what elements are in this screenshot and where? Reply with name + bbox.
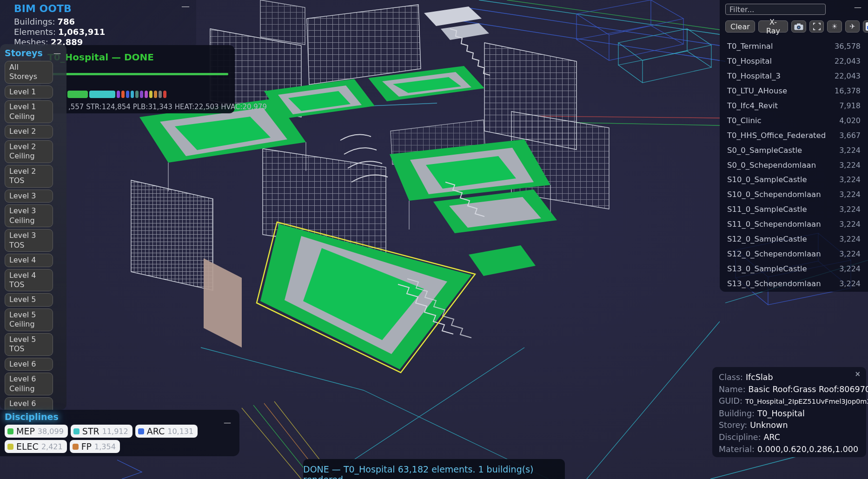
storey-button[interactable]: Level 3 xyxy=(5,190,53,203)
storeys-panel: Storeys — All Storeys Level 1 Level 1 Ce… xyxy=(0,44,66,410)
storey-button[interactable]: Level 2 TOS xyxy=(5,165,53,188)
sun-button[interactable]: ☀ xyxy=(827,20,842,33)
airplane-icon: ✈ xyxy=(849,22,855,31)
load-progress-panel: T0_Hospital — DONE ,557 STR:124,854 PLB:… xyxy=(41,45,235,113)
building-row[interactable]: S10_0_SampleCastle3,224 xyxy=(720,172,868,187)
app-title: BIM OOTB xyxy=(14,3,72,14)
storey-button[interactable]: Level 1 Ceiling xyxy=(5,100,53,123)
building-row[interactable]: T0_HHS_Office_Federated3,667 xyxy=(720,128,868,143)
building-row[interactable]: S11_0_Schependomlaan3,224 xyxy=(720,217,868,232)
category-chips xyxy=(67,91,166,98)
bim-ootb-panel: BIM OOTB — Buildings:786 Elements:1,063,… xyxy=(0,0,196,50)
storey-button[interactable]: Level 2 xyxy=(5,125,53,138)
category-chip xyxy=(131,91,134,98)
minimize-icon[interactable]: — xyxy=(53,49,61,58)
storeys-title: Storeys xyxy=(5,48,43,58)
fit-view-button[interactable] xyxy=(809,20,824,33)
category-chip xyxy=(140,91,143,98)
building-row[interactable]: S11_0_SampleCastle3,224 xyxy=(720,202,868,217)
status-bar: DONE — T0_Hospital 63,182 elements. 1 bu… xyxy=(303,459,565,479)
building-row[interactable]: S10_0_Schependomlaan3,224 xyxy=(720,187,868,202)
category-chip xyxy=(89,91,115,98)
storey-button[interactable]: Level 3 TOS xyxy=(5,229,53,252)
info-row-storey: Storey:Unknown xyxy=(719,420,866,432)
minimize-icon[interactable]: — xyxy=(854,3,861,12)
storey-button[interactable]: Level 2 Ceiling xyxy=(5,140,53,163)
buildings-panel: — Clear X-Ray ☀ ✈ xyxy=(720,0,868,292)
camera-icon xyxy=(794,23,803,30)
status-text: DONE — T0_Hospital 63,182 elements. 1 bu… xyxy=(303,464,565,479)
storey-button[interactable]: Level 3 Ceiling xyxy=(5,204,53,227)
element-info-panel: × Class:IfcSlab Name:Basic Roof:Grass Ro… xyxy=(712,367,866,457)
discipline-badge-mep[interactable]: MEP 38,099 xyxy=(5,425,68,438)
storey-button[interactable]: Level 5 xyxy=(5,293,53,306)
minimize-icon[interactable]: — xyxy=(224,418,231,427)
discipline-counts-line: ,557 STR:124,854 PLB:31,343 HEAT:22,503 … xyxy=(68,103,267,111)
building-row[interactable]: S0_0_SampleCastle3,224 xyxy=(720,143,868,157)
color-swatch xyxy=(7,444,13,450)
discipline-badge-elec[interactable]: ELEC 2,421 xyxy=(5,440,67,453)
discipline-badge-fp[interactable]: FP 1,354 xyxy=(70,440,120,453)
building-row[interactable]: T0_Hospital_322,043 xyxy=(720,69,868,84)
storey-button[interactable]: Level 1 xyxy=(5,85,53,98)
color-swatch xyxy=(138,428,144,434)
info-row-guid: GUID:T0_Hospital_2IpEZ51UvFmel3Jop0mXzG xyxy=(719,395,866,408)
discipline-badge-str[interactable]: STR 11,912 xyxy=(71,425,133,438)
storey-button-all[interactable]: All Storeys xyxy=(5,61,53,84)
color-swatch xyxy=(73,428,80,434)
category-chip xyxy=(117,91,120,98)
info-row-name: Name:Basic Roof:Grass Roof:806970 xyxy=(719,384,866,396)
category-chip xyxy=(135,91,139,98)
disciplines-title: Disciplines xyxy=(5,412,59,422)
info-row-class: Class:IfcSlab xyxy=(719,372,866,384)
category-chip xyxy=(163,91,166,98)
stat-elements: Elements:1,063,911 xyxy=(14,27,105,37)
category-chip xyxy=(154,91,157,98)
building-row[interactable]: S12_0_SampleCastle3,224 xyxy=(720,232,868,247)
storey-button[interactable]: Level 6 Ceiling xyxy=(5,373,53,395)
category-chip xyxy=(149,91,152,98)
minimize-icon[interactable]: — xyxy=(181,1,190,11)
building-row[interactable]: S12_0_Schependomlaan3,224 xyxy=(720,246,868,261)
category-chip xyxy=(121,91,125,98)
xray-button[interactable]: X-Ray xyxy=(758,20,788,33)
stats-chart-button[interactable] xyxy=(863,20,868,33)
building-row[interactable]: S13_0_SampleCastle3,224 xyxy=(720,261,868,276)
stat-buildings: Buildings:786 xyxy=(14,17,105,27)
building-row[interactable]: S13_0_Schependomlaan3,224 xyxy=(720,276,868,291)
app-window: BIM OOTB — Buildings:786 Elements:1,063,… xyxy=(0,0,868,479)
fly-mode-button[interactable]: ✈ xyxy=(845,20,860,33)
info-row-building: Building:T0_Hospital xyxy=(719,408,866,420)
category-chip xyxy=(159,91,162,98)
category-chip xyxy=(126,91,129,98)
sun-icon: ☀ xyxy=(831,22,837,31)
clear-button[interactable]: Clear xyxy=(725,20,755,33)
bar-chart-icon xyxy=(866,22,868,31)
progress-bar xyxy=(47,73,228,75)
fit-frame-icon xyxy=(813,23,821,30)
building-row[interactable]: T0_Clinic4,020 xyxy=(720,113,868,128)
info-row-discipline: Discipline:ARC xyxy=(719,432,866,444)
disciplines-panel: Disciplines — MEP 38,099 STR 11,912 ARC … xyxy=(0,410,239,456)
category-chip xyxy=(67,91,88,98)
info-row-material: Material:0.000,0.620,0.286,1.000 xyxy=(719,444,866,456)
building-row[interactable]: T0_Ifc4_Revit7,918 xyxy=(720,98,868,113)
discipline-badge-arc[interactable]: ARC 10,131 xyxy=(135,425,198,438)
category-chip xyxy=(145,91,148,98)
storey-button[interactable]: Level 6 TOS xyxy=(5,397,53,410)
close-icon[interactable]: × xyxy=(855,370,861,378)
building-row[interactable]: S0_0_Schependomlaan3,224 xyxy=(720,157,868,172)
building-row[interactable]: T0_Hospital22,043 xyxy=(720,54,868,69)
screenshot-button[interactable] xyxy=(791,20,806,33)
storey-button[interactable]: Level 6 xyxy=(5,358,53,371)
color-swatch xyxy=(7,428,13,434)
storey-button[interactable]: Level 5 Ceiling xyxy=(5,308,53,331)
filter-input[interactable] xyxy=(725,4,826,15)
storey-button[interactable]: Level 4 xyxy=(5,254,53,267)
building-list: T0_Terminal36,578 T0_Hospital22,043 T0_H… xyxy=(720,39,868,291)
color-swatch xyxy=(73,444,79,450)
storey-button[interactable]: Level 5 TOS xyxy=(5,333,53,356)
building-row[interactable]: T0_LTU_AHouse16,378 xyxy=(720,84,868,98)
storey-button[interactable]: Level 4 TOS xyxy=(5,269,53,292)
building-row[interactable]: T0_Terminal36,578 xyxy=(720,39,868,54)
